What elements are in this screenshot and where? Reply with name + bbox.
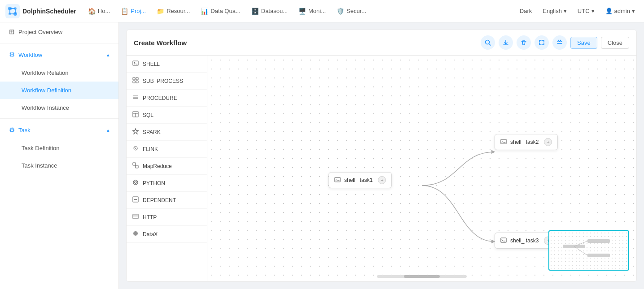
canvas-area[interactable]: shell_ task1 + shell_ task2 [207, 56, 636, 281]
svg-rect-0 [5, 4, 20, 18]
workflow-editor: SHELL SUB_PROCESS [127, 56, 636, 281]
node-label-shell-task1: shell_ task1 [344, 177, 372, 183]
palette-item-subprocess[interactable]: SUB_PROCESS [127, 73, 207, 90]
svg-rect-12 [133, 61, 138, 65]
sidebar-item-workflow-definition[interactable]: Workflow Definition [0, 82, 118, 99]
sql-icon [132, 111, 139, 119]
task-palette: SHELL SUB_PROCESS [127, 56, 207, 281]
user-icon: 👤 [605, 8, 613, 14]
sidebar: ⊞ Project Overview ⚙ Workflow ▴ Workflow… [0, 22, 119, 289]
workflow-icon: ⚙ [9, 51, 15, 59]
dataquality-icon: 📊 [201, 8, 208, 15]
workflow-node-shell-task2[interactable]: shell_ task2 + [495, 134, 558, 150]
node-add-button-task1[interactable]: + [378, 176, 386, 184]
sidebar-item-task[interactable]: ⚙ Task ▴ [0, 121, 118, 139]
workflow-node-shell-task1[interactable]: shell_ task1 + [329, 172, 392, 188]
node-label-shell-task3: shell_ task3 [510, 237, 539, 244]
svg-rect-15 [136, 78, 138, 80]
svg-rect-26 [136, 165, 138, 168]
app-name: DolphinScheduler [22, 8, 76, 15]
svg-point-33 [133, 231, 138, 236]
download-button[interactable] [499, 35, 513, 50]
top-navigation: DolphinScheduler 🏠 Ho... 📋 Proj... 📁 Res… [0, 0, 644, 22]
sidebar-item-workflow-relation[interactable]: Workflow Relation [0, 64, 118, 82]
flink-icon [132, 145, 139, 153]
node-add-button-task2[interactable]: + [544, 138, 552, 146]
chevron-up-icon-2: ▴ [107, 127, 110, 133]
sidebar-divider-2 [0, 118, 118, 119]
project-icon: 📋 [121, 8, 128, 15]
palette-item-mapreduce[interactable]: MapReduce [127, 158, 207, 175]
search-button[interactable] [481, 35, 495, 50]
svg-rect-17 [136, 81, 138, 83]
sidebar-item-task-instance[interactable]: Task Instance [0, 157, 118, 174]
node-label-shell-task2: shell_ task2 [510, 139, 539, 145]
svg-line-41 [574, 246, 587, 255]
settings-button[interactable] [552, 35, 567, 50]
palette-item-http[interactable]: HTTP [127, 209, 207, 226]
nav-monitor[interactable]: 🖥️ Moni... [294, 5, 330, 17]
palette-item-flink[interactable]: FLINK [127, 141, 207, 158]
language-selector[interactable]: English ▾ [539, 6, 570, 16]
palette-item-shell[interactable]: SHELL [127, 56, 207, 73]
node-shell-icon [334, 177, 341, 184]
sidebar-divider [0, 43, 118, 43]
http-icon [132, 213, 139, 221]
horizontal-scrollbar[interactable] [377, 275, 467, 278]
datax-icon [132, 230, 139, 238]
delete-button[interactable] [517, 35, 531, 50]
nav-project[interactable]: 📋 Proj... [116, 5, 150, 17]
subprocess-icon [132, 77, 139, 85]
palette-item-procedure[interactable]: PROCEDURE [127, 90, 207, 107]
sidebar-item-task-definition[interactable]: Task Definition [0, 139, 118, 157]
app-logo[interactable]: DolphinScheduler [5, 4, 76, 18]
nav-resource[interactable]: 📁 Resour... [152, 5, 194, 17]
security-icon: 🛡️ [337, 8, 344, 15]
svg-rect-36 [501, 139, 506, 144]
svg-point-28 [135, 181, 137, 184]
svg-rect-31 [133, 214, 138, 219]
sidebar-item-workflow-instance[interactable]: Workflow Instance [0, 99, 118, 116]
svg-rect-38 [501, 238, 506, 242]
minimap-inner [549, 231, 628, 270]
svg-rect-14 [133, 78, 135, 80]
palette-item-datax[interactable]: DataX [127, 226, 207, 243]
panel-title: Create Workflow [134, 39, 187, 47]
workflow-panel: Create Workflow [126, 30, 637, 282]
fullscreen-button[interactable] [534, 35, 549, 50]
nav-right-section: Dark English ▾ UTC ▾ 👤 admin ▾ [516, 6, 639, 16]
palette-item-dependent[interactable]: DEPENDENT [127, 192, 207, 209]
resource-icon: 📁 [157, 8, 164, 15]
sidebar-item-project-overview[interactable]: ⊞ Project Overview [0, 22, 118, 41]
timezone-selector[interactable]: UTC ▾ [574, 6, 598, 16]
svg-line-10 [489, 44, 491, 46]
minimap-lines [549, 231, 628, 270]
palette-item-spark[interactable]: SPARK [127, 124, 207, 141]
chevron-down-icon: ▾ [632, 8, 635, 14]
home-icon: 🏠 [88, 8, 96, 15]
sidebar-item-workflow[interactable]: ⚙ Workflow ▴ [0, 45, 118, 64]
chevron-up-icon: ▴ [107, 52, 110, 58]
main-content: Create Workflow [119, 22, 644, 289]
minimap[interactable] [548, 230, 629, 271]
nav-dataquality[interactable]: 📊 Data Qua... [196, 5, 245, 17]
chevron-down-icon: ▾ [591, 8, 595, 14]
user-menu[interactable]: 👤 admin ▾ [602, 6, 639, 16]
svg-rect-34 [335, 177, 340, 182]
task-icon: ⚙ [9, 126, 15, 134]
palette-item-sql[interactable]: SQL [127, 107, 207, 124]
theme-toggle[interactable]: Dark [516, 6, 535, 16]
datasource-icon: 🗄️ [251, 8, 259, 15]
svg-rect-16 [133, 81, 135, 83]
project-overview-icon: ⊞ [9, 28, 15, 36]
palette-item-python[interactable]: PYTHON [127, 175, 207, 192]
svg-point-27 [133, 180, 138, 185]
save-button[interactable]: Save [570, 37, 597, 49]
node-shell-icon-2 [500, 138, 507, 146]
shell-icon [132, 60, 139, 68]
svg-line-40 [574, 241, 587, 246]
nav-datasource[interactable]: 🗄️ Datasou... [247, 5, 292, 17]
nav-home[interactable]: 🏠 Ho... [83, 5, 114, 17]
nav-security[interactable]: 🛡️ Secur... [332, 5, 371, 17]
close-button[interactable]: Close [601, 37, 629, 49]
